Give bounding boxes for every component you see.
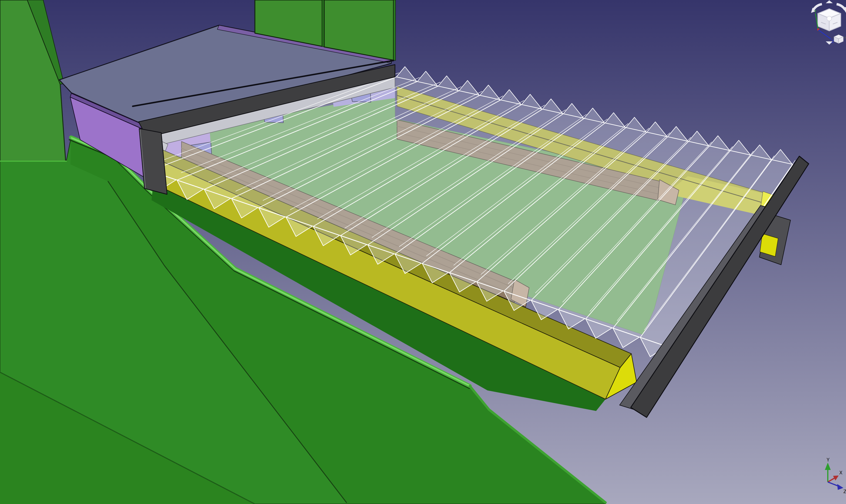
y-axis-label: Y	[826, 457, 830, 463]
nav-cube-z-label: Z	[831, 39, 834, 44]
x-axis-label: X	[839, 470, 843, 475]
nav-cube-y-label: Y	[814, 9, 817, 14]
3d-scene-canvas[interactable]: Y Z Y X Z	[0, 0, 846, 504]
z-axis-label: Z	[843, 489, 846, 494]
back-panel-b-side[interactable]	[393, 0, 395, 60]
nav-cube-corner-ball[interactable]	[827, 16, 832, 21]
freecad-3d-viewport[interactable]: Y Z Y X Z	[0, 0, 846, 504]
